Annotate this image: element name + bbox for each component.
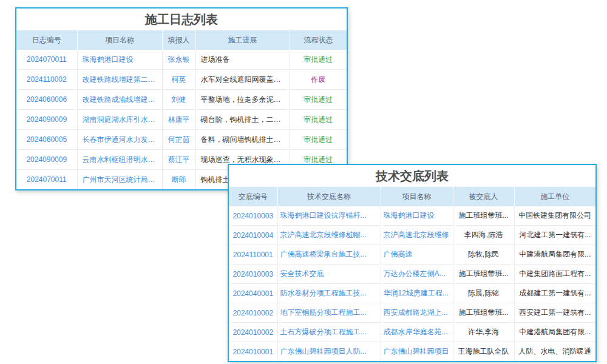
log-reporter-link[interactable]: 断郎 <box>162 170 195 190</box>
log-id-link[interactable]: 2024090009 <box>16 150 77 170</box>
disclosure-id-link[interactable]: 2024010002 <box>229 303 277 323</box>
disclosure-name-link[interactable]: 广东佛山碧桂园项目人防... <box>277 342 381 362</box>
log-col-header-progress: 施工进展 <box>195 30 290 50</box>
log-progress-text: 砌台阶，钩机排土，二包砌... <box>195 110 290 130</box>
disclosure-col-header-unit: 施工单位 <box>514 187 595 206</box>
disclosure-unit-text: 中建集团路面工程有... <box>514 265 595 284</box>
disclosure-unit-text: 河北建工第一建筑有... <box>514 226 595 245</box>
log-col-header-id: 日志编号 <box>16 30 77 50</box>
disclosure-project-link[interactable]: 广东佛山碧桂园项目 <box>381 342 453 362</box>
disclosure-unit-text: 中建港航局集团有限... <box>514 323 595 342</box>
disclosure-receivers-text: 许华,李海 <box>453 323 514 342</box>
disclosure-name-link[interactable]: 地下室钢筋分项工程施工... <box>277 303 381 323</box>
technical-disclosure-table: 交底编号 技术交底名称 项目名称 被交底人 施工单位 2024010003 珠海… <box>229 187 595 361</box>
log-status-badge: 审批通过 <box>290 90 347 110</box>
construction-log-panel: 施工日志列表 日志编号 项目名称 填报人 施工进展 流程状态 202407001… <box>15 7 348 190</box>
disclosure-col-header-id: 交底编号 <box>229 187 277 206</box>
log-reporter-link[interactable]: 刘健 <box>162 90 195 110</box>
log-progress-text: 进场准备 <box>195 50 290 70</box>
log-id-link[interactable]: 2024060005 <box>16 130 77 150</box>
disclosure-table-row: 2024010003 珠海鹤港口建设抗浮锚杆... 珠海鹤港口建设 施工班组带班… <box>229 206 595 226</box>
disclosure-table-row: 2024010003 安全技术交底 万达办公楼左侧A... 施工班组带班... … <box>229 265 595 284</box>
disclosure-table-row: 2024010001 广东佛山碧桂园项目人防... 广东佛山碧桂园项目 王海施工… <box>229 342 595 362</box>
disclosure-project-link[interactable]: 珠海鹤港口建设 <box>381 206 453 226</box>
log-id-link[interactable]: 2024070011 <box>16 50 77 70</box>
disclosure-id-link[interactable]: 2024010003 <box>229 206 277 226</box>
log-project-link[interactable]: 云南水利枢纽潜明水库一... <box>77 150 162 170</box>
disclosure-receivers-text: 施工班组带班... <box>453 265 514 284</box>
disclosure-id-link[interactable]: 2024040001 <box>229 284 277 303</box>
disclosure-col-header-name: 技术交底名称 <box>277 187 381 206</box>
construction-log-title: 施工日志列表 <box>16 8 347 30</box>
disclosure-project-link[interactable]: 华润12城房建工程... <box>381 284 453 303</box>
log-reporter-link[interactable]: 蔡江平 <box>162 150 195 170</box>
disclosure-table-row: 2024010002 土石方爆破分项工程施工... 成都水岸华庭名苑... 许华… <box>229 323 595 342</box>
disclosure-id-link[interactable]: 2024010002 <box>229 323 277 342</box>
log-project-link[interactable]: 珠海鹤港口建设 <box>77 50 162 70</box>
disclosure-name-link[interactable]: 京沪高速北京段维修桩帽... <box>277 226 381 245</box>
disclosure-table-body: 2024010003 珠海鹤港口建设抗浮锚杆... 珠海鹤港口建设 施工班组带班… <box>229 206 595 361</box>
disclosure-name-link[interactable]: 土石方爆破分项工程施工... <box>277 323 381 342</box>
log-table-row: 2024110002 改建铁路线增建第二线直... 柯英 水车对全线遮阳网覆盖点… <box>16 70 347 90</box>
log-status-badge: 审批通过 <box>290 130 347 150</box>
log-id-link[interactable]: 2024090009 <box>16 110 77 130</box>
disclosure-name-link[interactable]: 珠海鹤港口建设抗浮锚杆... <box>277 206 381 226</box>
disclosure-receivers-text: 施工班组带班... <box>453 303 514 323</box>
log-id-link[interactable]: 2024110002 <box>16 70 77 90</box>
log-status-badge: 作废 <box>290 70 347 90</box>
log-progress-text: 备料，砌间墙钩机排土，瓦... <box>195 130 290 150</box>
disclosure-receivers-text: 陈牧,陈民 <box>453 245 514 265</box>
disclosure-receivers-text: 王海施工队全队 <box>453 342 514 362</box>
disclosure-name-link[interactable]: 广佛高速桥梁承台施工技... <box>277 245 381 265</box>
disclosure-id-link[interactable]: 2024010001 <box>229 342 277 362</box>
disclosure-project-link[interactable]: 西安成都路龙湖上... <box>381 303 453 323</box>
log-table-row: 2024070011 珠海鹤港口建设 张永银 进场准备 审批通过 <box>16 50 347 70</box>
technical-disclosure-panel: 技术交底列表 交底编号 技术交底名称 项目名称 被交底人 施工单位 202401… <box>228 164 597 362</box>
disclosure-id-link[interactable]: 2024010004 <box>229 226 277 245</box>
log-col-header-reporter: 填报人 <box>162 30 195 50</box>
log-col-header-status: 流程状态 <box>290 30 347 50</box>
log-project-link[interactable]: 湖南洞庭湖水库引水工程... <box>77 110 162 130</box>
log-progress-text: 水车对全线遮阳网覆盖点进... <box>195 70 290 90</box>
disclosure-table-row: 2024010002 地下室钢筋分项工程施工... 西安成都路龙湖上... 施工… <box>229 303 595 323</box>
disclosure-table-row: 2024010004 京沪高速北京段维修桩帽... 京沪高速北京段维修 李四海,… <box>229 226 595 245</box>
log-status-badge: 审批通过 <box>290 110 347 130</box>
disclosure-unit-text: 西安建工第一建筑有... <box>514 303 595 323</box>
log-table-row: 2024060006 改建铁路成渝线增建第二... 刘健 平整场地，拉走多余泥土… <box>16 90 347 110</box>
disclosure-col-header-receivers: 被交底人 <box>453 187 514 206</box>
technical-disclosure-title: 技术交底列表 <box>229 165 595 187</box>
log-table-header-row: 日志编号 项目名称 填报人 施工进展 流程状态 <box>16 30 347 50</box>
log-table-row: 2024060005 长春市伊通河水力发电厂... 何芷茵 备料，砌间墙钩机排土… <box>16 130 347 150</box>
log-project-link[interactable]: 改建铁路线增建第二线直... <box>77 70 162 90</box>
disclosure-project-link[interactable]: 京沪高速北京段维修 <box>381 226 453 245</box>
disclosure-project-link[interactable]: 广佛高速 <box>381 245 453 265</box>
log-project-link[interactable]: 长春市伊通河水力发电厂... <box>77 130 162 150</box>
disclosure-id-link[interactable]: 2024110001 <box>229 245 277 265</box>
disclosure-unit-text: 成都建工第一建筑有... <box>514 284 595 303</box>
disclosure-table-row: 2024110001 广佛高速桥梁承台施工技... 广佛高速 陈牧,陈民 中建港… <box>229 245 595 265</box>
disclosure-project-link[interactable]: 万达办公楼左侧A... <box>381 265 453 284</box>
log-col-header-project: 项目名称 <box>77 30 162 50</box>
log-reporter-link[interactable]: 林康平 <box>162 110 195 130</box>
log-project-link[interactable]: 广州市天河区统计局机房... <box>77 170 162 190</box>
log-progress-text: 平整场地，拉走多余泥土15... <box>195 90 290 110</box>
disclosure-project-link[interactable]: 成都水岸华庭名苑... <box>381 323 453 342</box>
disclosure-table-header-row: 交底编号 技术交底名称 项目名称 被交底人 施工单位 <box>229 187 595 206</box>
disclosure-name-link[interactable]: 防水卷材分项工程施工技... <box>277 284 381 303</box>
disclosure-table-row: 2024040001 防水卷材分项工程施工技... 华润12城房建工程... 陈… <box>229 284 595 303</box>
log-reporter-link[interactable]: 张永银 <box>162 50 195 70</box>
log-reporter-link[interactable]: 何芷茵 <box>162 130 195 150</box>
log-status-badge: 审批通过 <box>290 50 347 70</box>
disclosure-id-link[interactable]: 2024010003 <box>229 265 277 284</box>
disclosure-unit-text: 中国铁建集团有限公司 <box>514 206 595 226</box>
log-id-link[interactable]: 2024060006 <box>16 90 77 110</box>
log-project-link[interactable]: 改建铁路成渝线增建第二... <box>77 90 162 110</box>
disclosure-receivers-text: 李四海,陈浩 <box>453 226 514 245</box>
log-reporter-link[interactable]: 柯英 <box>162 70 195 90</box>
disclosure-unit-text: 中建港航局集团有限... <box>514 245 595 265</box>
log-id-link[interactable]: 2024070011 <box>16 170 77 190</box>
log-table-row: 2024090009 湖南洞庭湖水库引水工程... 林康平 砌台阶，钩机排土，二… <box>16 110 347 130</box>
disclosure-receivers-text: 施工班组带班... <box>453 206 514 226</box>
disclosure-col-header-project: 项目名称 <box>381 187 453 206</box>
disclosure-name-link[interactable]: 安全技术交底 <box>277 265 381 284</box>
